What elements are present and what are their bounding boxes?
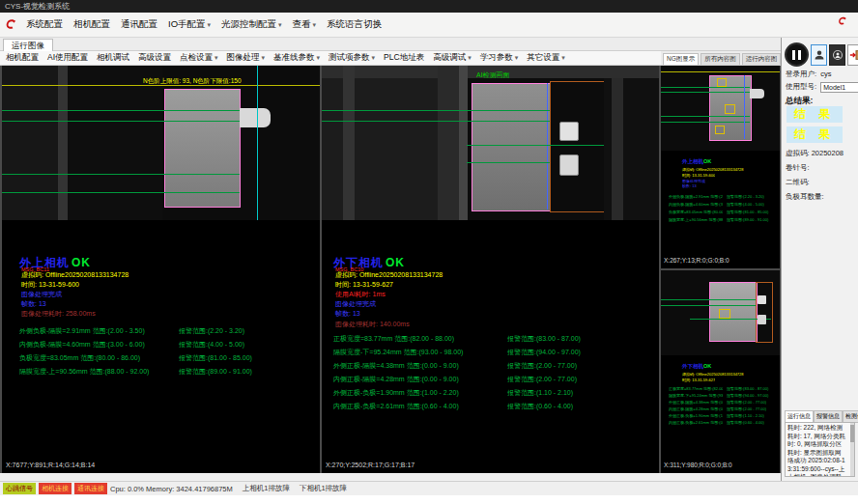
connector-part xyxy=(750,89,764,98)
yellow-roi-box xyxy=(725,104,735,114)
result-box-upper: 结 果 xyxy=(786,106,843,123)
pixel-coords-readout: X:7677;Y:891;R:14;G:14;B:14 xyxy=(6,462,95,468)
alarm-range: 报警范围:(83.00 - 87.00) xyxy=(507,334,581,344)
mini-measurement-row: 外侧正极-隔膜=4.38mm 范围:(0.00 - 9.00)报警范围:(2.0… xyxy=(669,400,780,405)
model-row: 使用型号: Model1 xyxy=(786,82,858,93)
window-title: CYS-视觉检测系统 xyxy=(5,2,70,11)
blue-edge-line xyxy=(547,83,548,210)
time-line: 时间: 13-31-59-627 xyxy=(682,378,715,382)
green-measure-line xyxy=(2,192,240,193)
measurement-value: 隔膜宽度-上=90.56mm 范围:(88.00 - 92.00) xyxy=(19,368,149,375)
machine-rail xyxy=(58,66,68,220)
menu-item-comm-config[interactable]: 通讯配置 xyxy=(121,18,157,31)
menu-item-io-config[interactable]: IO手配置 xyxy=(168,18,211,31)
menu-item-camera-config[interactable]: 相机配置 xyxy=(73,18,110,31)
virtual-code-line: 虚拟码: Offline20250208133134728 xyxy=(682,167,744,172)
model-select[interactable]: Model1 xyxy=(820,82,858,93)
frame-count-line: 帧数: 13 xyxy=(682,183,697,188)
yellow-roi-box xyxy=(715,126,725,134)
menu-item-view[interactable]: 查看 xyxy=(293,18,317,31)
tool-ai-use-config[interactable]: AI使用配置 xyxy=(47,52,88,64)
mini-image-lower[interactable] xyxy=(661,270,780,355)
tool-advanced-debug[interactable]: 高级调试 xyxy=(433,52,472,64)
alarm-range: 报警范围:(0.60 - 4.00) xyxy=(507,402,573,411)
tab-highlight-spot xyxy=(758,295,766,304)
tool-plc-address-table[interactable]: PLC地址表 xyxy=(384,52,424,64)
green-measure-line xyxy=(322,110,550,111)
tool-test-item-params[interactable]: 测试项参数 xyxy=(329,52,375,64)
log-scrollbar[interactable] xyxy=(850,423,854,476)
measurement-value: 正极宽度=83.77mm 范围:(82.00 - 88.00) xyxy=(333,335,454,342)
tool-other-settings[interactable]: 其它设置 xyxy=(527,52,565,64)
status-ok: OK xyxy=(703,363,711,369)
camera-image-upper[interactable]: N色阶上限值: 93, N色阶下限值:150 xyxy=(2,66,320,220)
measurement-value: 外侧正极-隔膜=4.38mm 范围:(0.00 - 9.00) xyxy=(333,362,459,369)
login-user-label: 登录用户: xyxy=(786,70,816,78)
heartbeat-badge: 心跳信号 xyxy=(3,483,36,494)
log-scrollbar-thumb[interactable] xyxy=(850,425,854,442)
run-log[interactable]: 耗时: 222, 网络检测耗时: 17, 网络分类耗时: 0, 网络抓取分区耗时… xyxy=(785,422,855,477)
pixel-coords-readout: X:270;Y:2502;R:17;G:17;B:17 xyxy=(326,462,415,468)
menu-item-light-control[interactable]: 光源控制配置 xyxy=(221,18,282,31)
camera-panel-lower: AI检测画面 外下相机OK MSG_BC10 虚拟码: Offline20250… xyxy=(322,66,659,473)
measurement-row: 隔膜宽度-下=95.24mm 范围:(93.00 - 98.00)报警范围:(9… xyxy=(333,348,463,357)
operator-button[interactable] xyxy=(829,44,845,66)
tab-run-image[interactable]: 运行图像 xyxy=(3,39,53,52)
control-buttons xyxy=(785,42,858,67)
camera-name: 外上相机 xyxy=(682,158,703,164)
tool-spot-check[interactable]: 点检设置 xyxy=(180,52,218,64)
status-ok: OK xyxy=(386,256,405,269)
tool-camera-debug[interactable]: 相机调试 xyxy=(97,52,129,64)
measurement-row: 外侧正极-隔膜=4.38mm 范围:(0.00 - 9.00)报警范围:(2.0… xyxy=(333,361,459,371)
alarm-range: 报警范围:(81.00 - 85.00) xyxy=(179,353,252,363)
mini-tab-all-images[interactable]: 所有内容图 xyxy=(701,53,740,65)
tool-advanced-settings[interactable]: 高级设置 xyxy=(138,52,171,64)
menu-item-system-config[interactable]: 系统配置 xyxy=(26,18,63,31)
mini-measurement-row: 外侧负极-隔膜=2.91mm 范围:(2.00 - 3.50)报警范围:(2.2… xyxy=(669,194,780,199)
pixel-coords-readout: X:267;Y:13;R:0;G:0;B:0 xyxy=(664,257,729,264)
lower-camera-fault-text: 下相机1排故障 xyxy=(300,484,347,493)
mini-result-title: 外上相机OK xyxy=(682,158,711,165)
exit-button[interactable] xyxy=(847,44,858,66)
brand-logo-icon xyxy=(4,17,18,32)
green-measure-line xyxy=(467,145,604,146)
green-measure-line xyxy=(2,174,240,175)
tool-camera-config[interactable]: 相机配置 xyxy=(6,52,39,64)
yellow-reference-line xyxy=(661,71,780,72)
pause-button[interactable] xyxy=(785,42,809,67)
green-measure-line xyxy=(661,305,756,306)
pause-icon xyxy=(798,50,801,60)
measurement-value: 内侧正极-隔膜=4.28mm 范围:(0.00 - 9.00) xyxy=(333,376,459,382)
green-measure-line xyxy=(661,122,750,123)
user-login-button[interactable] xyxy=(811,44,827,66)
menu-item-language-switch[interactable]: 系统语言切换 xyxy=(327,18,382,31)
camera-panel-upper: N色阶上限值: 93, N色阶下限值:150 外上相机OK MSG_BC11 虚… xyxy=(2,66,320,473)
mini-tab-run-images[interactable]: 运行内容图 xyxy=(742,53,782,65)
tool-baseline-params[interactable]: 基准线参数 xyxy=(273,52,320,64)
measurement-value: 外侧正极-负极=1.90mm 范围:(1.00 - 2.20) xyxy=(333,389,459,396)
alarm-range: 报警范围:(1.10 - 2.10) xyxy=(507,388,573,398)
login-user-row: 登录用户: cys xyxy=(786,70,831,79)
green-measure-line xyxy=(467,162,550,163)
mini-image-upper[interactable] xyxy=(661,66,780,151)
cell-region-outline xyxy=(472,83,551,211)
comm-connect-badge: 通讯连接 xyxy=(74,483,107,494)
model-label: 使用型号: xyxy=(786,82,816,91)
tool-learning-params[interactable]: 学习参数 xyxy=(480,52,519,64)
title-bar: CYS-视觉检测系统 xyxy=(0,0,858,13)
tab-highlight-spot xyxy=(559,122,579,141)
tool-image-processing[interactable]: 图像处理 xyxy=(227,52,266,64)
alarm-range: 报警范围:(2.00 - 77.00) xyxy=(507,361,577,371)
yellow-roi-box xyxy=(717,78,727,87)
mini-tab-ng-display[interactable]: NG图显示 xyxy=(663,53,699,65)
operator-badge-icon xyxy=(832,48,844,62)
alarm-range: 报警范围:(4.00 - 5.00) xyxy=(179,340,244,350)
alarm-range: 报警范围:(89.00 - 91.00) xyxy=(179,367,252,377)
exit-door-icon xyxy=(849,48,858,62)
processing-time-line: 图像处理耗时: 258.00ms xyxy=(21,310,96,318)
measurement-row: 内侧正极-隔膜=4.28mm 范围:(0.00 - 9.00)报警范围:(2.0… xyxy=(333,375,459,384)
cyan-crosshair-line xyxy=(257,66,258,220)
login-user-value: cys xyxy=(820,70,831,78)
mini-measurement-row: 外侧正极-负极=1.90mm 范围:(1.00 - 2.20)报警范围:(1.1… xyxy=(669,413,780,418)
camera-image-lower[interactable]: AI检测画面 xyxy=(322,66,659,220)
